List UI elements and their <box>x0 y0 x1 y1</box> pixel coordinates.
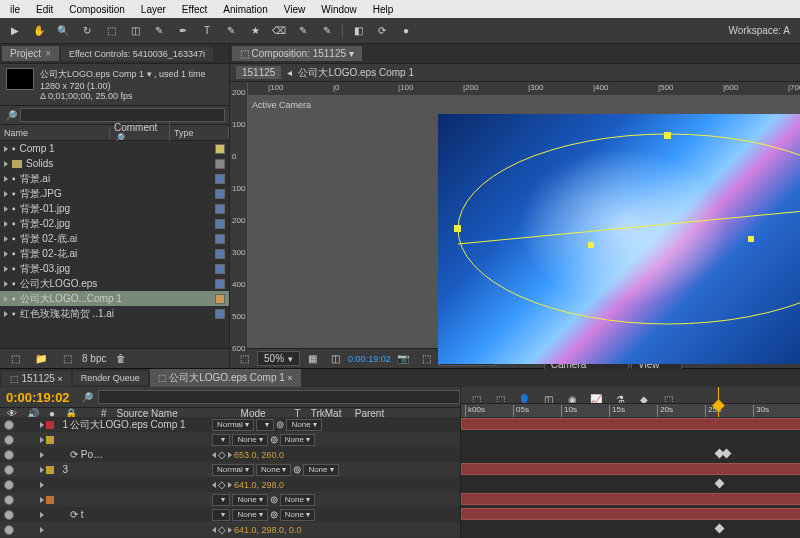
twirl-icon[interactable] <box>4 251 8 257</box>
project-item[interactable]: ▪背景-01.jpg <box>0 201 229 216</box>
visibility-toggle[interactable] <box>4 495 14 505</box>
twirl-icon[interactable] <box>40 467 44 473</box>
project-item[interactable]: ▪背景 02-底.ai <box>0 231 229 246</box>
project-item[interactable]: ▪背景-02.jpg <box>0 216 229 231</box>
label-swatch[interactable] <box>215 234 225 244</box>
mask-toggle-button[interactable]: ◫ <box>325 349 346 369</box>
layer-bar[interactable] <box>461 418 800 430</box>
tool-local-axis[interactable]: ◧ <box>347 21 369 41</box>
layer-name[interactable]: 公司大LOGO.eps Comp 1 <box>70 418 210 432</box>
twirl-icon[interactable] <box>40 422 44 428</box>
menu-composition[interactable]: Composition <box>61 2 133 17</box>
layer-bar[interactable] <box>461 508 800 520</box>
parent-dropdown[interactable]: None ▾ <box>280 509 315 521</box>
project-item[interactable]: ▪Comp 1 <box>0 141 229 156</box>
label-swatch[interactable] <box>215 249 225 259</box>
timeline-layer-list[interactable]: 1公司大LOGO.eps Comp 1Normal ▾ ▾⊚None ▾ ▾No… <box>0 417 460 538</box>
tool-clone[interactable]: ★ <box>244 21 266 41</box>
tool-brush[interactable]: ✎ <box>220 21 242 41</box>
project-item[interactable]: ▪背景-03.jpg <box>0 261 229 276</box>
twirl-icon[interactable] <box>40 497 44 503</box>
parent-pickwhip[interactable]: ⊚ <box>270 494 278 505</box>
layer-bar[interactable] <box>461 493 800 505</box>
twirl-icon[interactable] <box>4 206 8 212</box>
tool-selection[interactable]: ▶ <box>4 21 26 41</box>
property-value[interactable]: 641.0, 298.0, 0.0 <box>234 525 302 535</box>
search-icon[interactable]: 🔎 <box>76 387 98 407</box>
label-swatch[interactable] <box>215 264 225 274</box>
snapshot-button[interactable]: 📷 <box>393 349 414 369</box>
twirl-icon[interactable] <box>4 266 8 272</box>
label-swatch[interactable] <box>46 466 54 474</box>
keyframe[interactable] <box>722 449 732 459</box>
layer-name[interactable]: ⟳ Po… <box>70 449 210 460</box>
col-name[interactable]: Name <box>0 127 110 139</box>
blend-mode-dropdown[interactable]: Normal ▾ <box>212 419 254 431</box>
tool-panbehind[interactable]: ◫ <box>124 21 146 41</box>
twirl-icon[interactable] <box>40 512 44 518</box>
tab-timeline-1[interactable]: ⬚ 151125 × <box>2 371 71 386</box>
timeline-row[interactable]: ▾None ▾⊚None ▾ <box>0 492 460 507</box>
tool-view-axis[interactable]: ● <box>395 21 417 41</box>
project-item[interactable]: ▪背景.JPG <box>0 186 229 201</box>
label-swatch[interactable] <box>215 189 225 199</box>
timeline-timecode[interactable]: 0:00:19:02 <box>0 388 76 407</box>
visibility-toggle[interactable] <box>4 465 14 475</box>
timeline-row[interactable]: 3Normal ▾None ▾⊚None ▾ <box>0 462 460 477</box>
menu-layer[interactable]: Layer <box>133 2 174 17</box>
property-value[interactable]: 653.0, 260.0 <box>234 450 284 460</box>
timeline-row[interactable]: 1公司大LOGO.eps Comp 1Normal ▾ ▾⊚None ▾ <box>0 417 460 432</box>
channel-button[interactable]: ⬚ <box>416 349 437 369</box>
timeline-row[interactable]: ◇ 641.0, 298.0, 0.0 <box>0 522 460 537</box>
tool-text[interactable]: T <box>196 21 218 41</box>
label-swatch[interactable] <box>46 421 54 429</box>
comp-timecode[interactable]: 0:00:19:02 <box>348 354 391 364</box>
tool-pen[interactable]: ✒ <box>172 21 194 41</box>
label-swatch[interactable] <box>46 496 54 504</box>
tab-render-queue[interactable]: Render Queue <box>73 371 148 385</box>
twirl-icon[interactable] <box>4 191 8 197</box>
parent-pickwhip[interactable]: ⊚ <box>270 509 278 520</box>
twirl-icon[interactable] <box>4 236 8 242</box>
parent-pickwhip[interactable]: ⊚ <box>270 434 278 445</box>
visibility-toggle[interactable] <box>4 450 14 460</box>
tool-eraser[interactable]: ⌫ <box>268 21 290 41</box>
twirl-icon[interactable] <box>4 161 8 167</box>
tool-camera[interactable]: ⬚ <box>100 21 122 41</box>
label-swatch[interactable] <box>215 219 225 229</box>
tab-project[interactable]: Project× <box>2 46 59 61</box>
tool-puppet[interactable]: ✎ <box>316 21 338 41</box>
grid-button[interactable]: ▦ <box>302 349 323 369</box>
breadcrumb-root[interactable]: 151125 <box>236 66 281 79</box>
menu-help[interactable]: Help <box>365 2 402 17</box>
blend-mode-dropdown[interactable]: ▾ <box>212 494 230 506</box>
label-swatch[interactable] <box>215 309 225 319</box>
comp-viewer[interactable]: |100|0|100|200|300|400|500|600|700 Activ… <box>248 82 800 348</box>
timeline-ruler[interactable]: k00s05s10s15s20s25s30s35s <box>461 403 800 417</box>
trkmat-dropdown[interactable]: None ▾ <box>232 434 267 446</box>
project-item[interactable]: ▪公司大LOGO...Comp 1 <box>0 291 229 306</box>
col-type[interactable]: Type <box>170 127 229 139</box>
project-search-input[interactable] <box>20 108 225 122</box>
layer-bar[interactable] <box>461 463 800 475</box>
label-swatch[interactable] <box>46 436 54 444</box>
blend-mode-dropdown[interactable]: ▾ <box>212 509 230 521</box>
new-folder-button[interactable]: 📁 <box>30 349 52 369</box>
close-icon[interactable]: × <box>45 48 51 59</box>
project-item[interactable]: ▪红色玫瑰花简贺 ..1.ai <box>0 306 229 321</box>
menu-edit[interactable]: Edit <box>28 2 61 17</box>
twirl-icon[interactable] <box>40 482 44 488</box>
parent-dropdown[interactable]: None ▾ <box>280 434 315 446</box>
visibility-toggle[interactable] <box>4 480 14 490</box>
visibility-toggle[interactable] <box>4 435 14 445</box>
layer-name[interactable]: ⟳ t <box>70 509 210 520</box>
breadcrumb-child[interactable]: 公司大LOGO.eps Comp 1 <box>298 66 414 80</box>
blend-mode-dropdown[interactable]: ▾ <box>212 434 230 446</box>
timeline-row[interactable]: ▾None ▾⊚None ▾ <box>0 432 460 447</box>
tool-rotate[interactable]: ↻ <box>76 21 98 41</box>
twirl-icon[interactable] <box>4 146 8 152</box>
visibility-toggle[interactable] <box>4 420 14 430</box>
parent-pickwhip[interactable]: ⊚ <box>293 464 301 475</box>
trkmat-dropdown[interactable]: None ▾ <box>232 509 267 521</box>
new-comp-button[interactable]: ⬚ <box>56 349 78 369</box>
